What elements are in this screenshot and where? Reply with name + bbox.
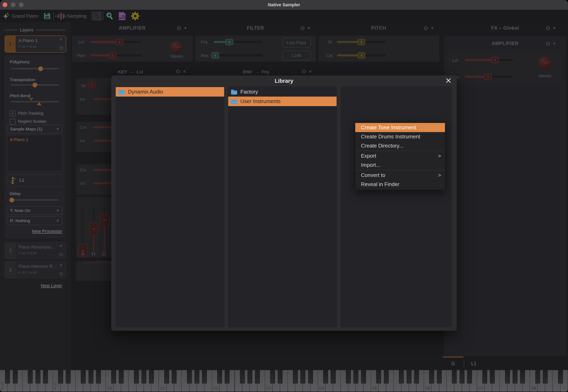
black-key[interactable] [346, 370, 351, 383]
filter-res-slider[interactable] [214, 54, 262, 56]
power-icon[interactable] [301, 69, 307, 74]
black-key[interactable] [520, 370, 525, 383]
fx-lvl-slider[interactable] [465, 59, 513, 61]
library-column-groups[interactable]: FactoryUser Instruments [227, 86, 337, 328]
pitch-bend-slider[interactable] [11, 101, 59, 102]
menu-item-convert-to[interactable]: Convert to> [355, 171, 445, 180]
black-key[interactable] [119, 370, 124, 383]
menu-item-import[interactable]: Import... [355, 160, 445, 170]
black-key[interactable] [58, 370, 63, 383]
amplifier-pan-slider[interactable] [91, 54, 141, 56]
pitch-tracking-checkbox[interactable]: ✓ [10, 111, 16, 116]
black-key[interactable] [505, 370, 510, 383]
chevron-down-icon[interactable]: ▼ [552, 41, 556, 46]
menu-item-create-drums-instrument[interactable]: Create Drums Instrument [355, 132, 445, 141]
black-key[interactable] [88, 370, 93, 383]
black-key[interactable] [13, 370, 18, 383]
settings-gear-icon[interactable] [131, 12, 140, 20]
chevron-down-icon[interactable]: ▼ [308, 69, 312, 74]
transposition-slider[interactable] [11, 84, 59, 86]
black-key[interactable] [361, 370, 366, 383]
pitch-bend-up-handle[interactable] [37, 102, 42, 105]
l1-routing-button[interactable]: L1 [7, 174, 63, 186]
black-key[interactable] [399, 370, 404, 383]
black-key[interactable] [429, 370, 434, 383]
black-key[interactable] [96, 370, 101, 383]
trigger-dropdown[interactable]: T: Note On ▼ [7, 206, 62, 215]
chevron-down-icon[interactable]: ▼ [307, 26, 311, 31]
layer-item-1[interactable]: 1 A Piano 1 P: 32 T: N On ▼ [5, 36, 66, 53]
search-icon[interactable] [106, 12, 114, 20]
black-key[interactable] [247, 370, 252, 383]
layer-item-3[interactable]: 3 Piano Hammer R... P: 32 T: N Off ▼ [5, 261, 66, 278]
black-key[interactable] [36, 370, 40, 383]
black-key[interactable] [134, 370, 139, 383]
chevron-down-icon[interactable]: ▼ [183, 26, 188, 31]
black-key[interactable] [467, 370, 472, 383]
black-key[interactable] [255, 370, 260, 383]
chevron-down-icon[interactable]: ▼ [182, 69, 186, 74]
nt-handle[interactable] [88, 82, 96, 88]
black-key[interactable] [240, 370, 245, 383]
black-key[interactable] [512, 370, 517, 383]
black-key[interactable] [558, 370, 563, 383]
chevron-down-icon[interactable]: ▼ [59, 263, 63, 268]
black-key[interactable] [43, 370, 48, 383]
piano-keyboard[interactable]: C-2C-1C0C1C2C3C4C5C6C7C8 [0, 370, 568, 392]
fader-a-track[interactable] [82, 209, 84, 252]
neglect-sustain-checkbox[interactable] [10, 119, 16, 125]
sample-maps-list[interactable]: A Piano 1 [7, 135, 63, 171]
polyphony-slider-knob[interactable] [38, 66, 43, 71]
black-key[interactable] [195, 370, 199, 383]
chevron-down-icon[interactable]: ▼ [59, 244, 63, 248]
black-key[interactable] [414, 370, 419, 383]
close-icon[interactable] [445, 77, 452, 84]
black-key[interactable] [354, 370, 358, 383]
black-key[interactable] [452, 370, 457, 383]
sample-map-item[interactable]: A Piano 1 [10, 137, 28, 142]
black-key[interactable] [28, 370, 33, 383]
preset-name[interactable]: Grand Piano [12, 10, 38, 22]
amplifier-pan-handle[interactable] [109, 52, 117, 59]
amplifier-lvl-handle[interactable] [116, 39, 123, 45]
library-column-vendors[interactable]: Dynamix Audio [115, 86, 225, 328]
panel-view-button[interactable] [91, 11, 102, 21]
power-icon[interactable] [176, 26, 182, 31]
black-key[interactable] [384, 370, 389, 383]
int-slider[interactable] [93, 98, 112, 100]
tab-global[interactable]: G [444, 358, 462, 369]
black-key[interactable] [111, 370, 116, 383]
black-key[interactable] [278, 370, 283, 383]
power-icon[interactable] [59, 46, 64, 51]
black-key[interactable] [293, 370, 298, 383]
black-key[interactable] [543, 370, 548, 383]
black-key[interactable] [5, 370, 10, 383]
black-key[interactable] [81, 370, 86, 383]
black-key[interactable] [202, 370, 207, 383]
layer-item-2[interactable]: 2 Piano Resonanc... P: 32 T: N Off ▼ [5, 242, 66, 259]
black-key[interactable] [164, 370, 169, 383]
filter-type-button[interactable]: Low Pass [282, 38, 311, 48]
filter-frq-slider[interactable] [214, 41, 262, 43]
power-icon[interactable] [175, 69, 181, 74]
menu-item-export[interactable]: Export> [355, 151, 445, 160]
sample-maps-dropdown[interactable]: Sample Maps (1) ▼ [7, 125, 62, 133]
menu-item-create-tone-instrument[interactable]: Create Tone Instrument [355, 123, 445, 132]
library-folder-row[interactable]: Factory [228, 87, 337, 97]
crv-slider[interactable] [93, 169, 112, 171]
black-key[interactable] [270, 370, 275, 383]
fx-lvl-handle[interactable] [491, 57, 499, 63]
pitch-st-handle[interactable] [357, 39, 365, 45]
pitch-cts-slider[interactable] [337, 54, 386, 56]
fader-h-track[interactable] [93, 209, 95, 252]
power-icon[interactable] [59, 271, 64, 276]
fx-pan-slider[interactable] [465, 76, 513, 78]
menu-item-create-directory[interactable]: Create Directory... [355, 141, 445, 150]
black-key[interactable] [460, 370, 465, 383]
library-folder-row[interactable]: Dynamix Audio [116, 87, 224, 97]
black-key[interactable] [217, 370, 222, 383]
black-key[interactable] [490, 370, 495, 383]
chevron-down-icon[interactable]: ▼ [59, 37, 63, 42]
black-key[interactable] [331, 370, 336, 383]
black-key[interactable] [308, 370, 313, 383]
